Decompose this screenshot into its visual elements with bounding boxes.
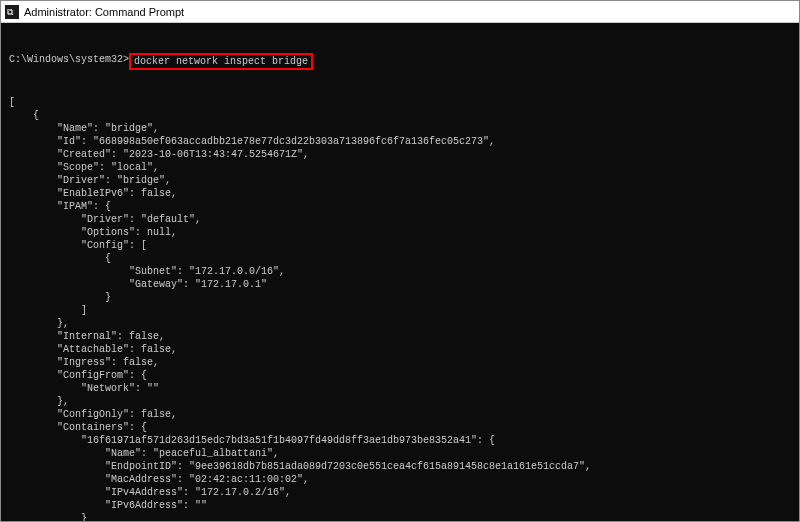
terminal-output: [ { "Name": "bridge", "Id": "668998a50ef… <box>9 96 791 521</box>
svg-text:⧉: ⧉ <box>7 7 14 17</box>
terminal-area[interactable]: C:\Windows\system32>docker network inspe… <box>1 23 799 521</box>
cmd-icon: ⧉ <box>5 5 19 19</box>
command-text: docker network inspect bridge <box>134 56 308 67</box>
command-highlight: docker network inspect bridge <box>129 53 313 70</box>
prompt: C:\Windows\system32> <box>9 53 129 66</box>
window-title: Administrator: Command Prompt <box>24 6 184 18</box>
command-line: C:\Windows\system32>docker network inspe… <box>9 53 791 70</box>
title-bar: ⧉ Administrator: Command Prompt <box>1 1 799 23</box>
